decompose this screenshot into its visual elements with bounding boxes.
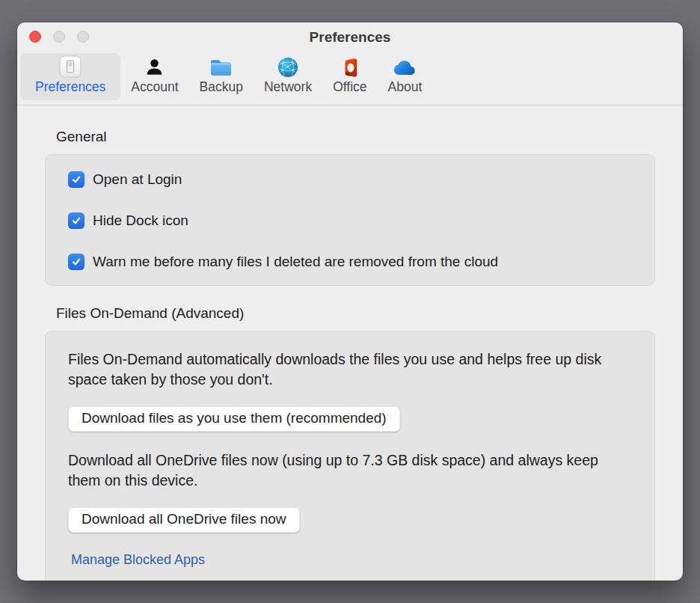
checkbox-label: Hide Dock icon (93, 212, 188, 229)
tab-label: Preferences (35, 79, 105, 95)
checkbox-label: Warn me before many files I deleted are … (93, 254, 498, 270)
download-as-used-button[interactable]: Download files as you use them (recommen… (68, 406, 400, 432)
globe-icon (277, 57, 298, 78)
folder-icon (209, 58, 233, 78)
office-logo-icon (340, 58, 360, 78)
files-on-demand-group-box: Files On-Demand automatically downloads … (45, 331, 655, 581)
tab-about[interactable]: About (378, 53, 433, 100)
window-title: Preferences (17, 29, 683, 46)
onedrive-cloud-icon (393, 58, 417, 78)
tab-office[interactable]: Office (322, 53, 377, 100)
hide-dock-icon-checkbox[interactable] (68, 212, 85, 229)
tab-network[interactable]: Network (254, 53, 322, 100)
files-on-demand-description: Files On-Demand automatically downloads … (68, 349, 630, 390)
manage-blocked-apps-link[interactable]: Manage Blocked Apps (71, 552, 205, 568)
tab-label: Backup (200, 79, 243, 95)
checkmark-icon (71, 257, 82, 267)
hide-dock-icon-row: Hide Dock icon (68, 212, 632, 229)
content: General Open at Login Hide Dock icon War… (17, 105, 683, 581)
open-at-login-checkbox[interactable] (68, 171, 85, 188)
tab-backup[interactable]: Backup (189, 53, 254, 100)
download-all-button[interactable]: Download all OneDrive files now (68, 507, 300, 533)
warn-before-delete-checkbox[interactable] (68, 254, 85, 270)
tab-label: Account (131, 79, 178, 95)
toolbar: Preferences Account Bac (17, 51, 683, 105)
tab-account[interactable]: Account (120, 53, 188, 100)
tab-label: Network (264, 79, 312, 95)
titlebar: Preferences (17, 22, 683, 51)
checkmark-icon (71, 174, 82, 185)
checkbox-label: Open at Login (93, 171, 182, 188)
files-on-demand-heading: Files On-Demand (Advanced) (56, 305, 655, 322)
general-group-box: Open at Login Hide Dock icon Warn me bef… (45, 154, 655, 286)
open-at-login-row: Open at Login (68, 171, 632, 188)
general-heading: General (56, 129, 655, 145)
tab-label: About (388, 79, 423, 95)
tab-preferences[interactable]: Preferences (20, 53, 120, 100)
preferences-window: Preferences Preferences (17, 22, 683, 581)
person-icon (144, 58, 165, 78)
tab-label: Office (333, 79, 366, 95)
warn-before-delete-row: Warn me before many files I deleted are … (68, 254, 632, 270)
download-all-description: Download all OneDrive files now (using u… (68, 450, 630, 491)
checkmark-icon (71, 215, 82, 226)
light-switch-icon (59, 55, 82, 78)
